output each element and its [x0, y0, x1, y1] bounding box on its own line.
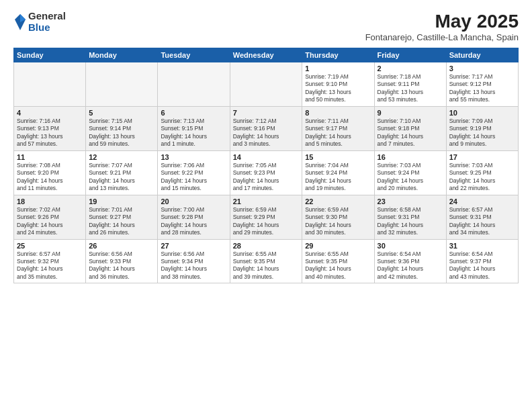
day-number: 2 [378, 64, 443, 73]
calendar-cell [230, 62, 302, 107]
calendar-cell: 7Sunrise: 7:12 AM Sunset: 9:16 PM Daylig… [230, 106, 302, 150]
calendar-cell: 1Sunrise: 7:19 AM Sunset: 9:10 PM Daylig… [302, 62, 374, 107]
calendar-cell: 5Sunrise: 7:15 AM Sunset: 9:14 PM Daylig… [86, 106, 158, 150]
day-number: 21 [233, 197, 299, 205]
calendar-cell: 11Sunrise: 7:08 AM Sunset: 9:20 PM Dayli… [14, 150, 86, 195]
day-number: 16 [378, 153, 443, 161]
calendar-cell: 3Sunrise: 7:17 AM Sunset: 9:12 PM Daylig… [446, 62, 518, 107]
day-number: 4 [17, 109, 83, 117]
page: General Blue May 2025 Fontanarejo, Casti… [0, 0, 532, 411]
day-number: 6 [161, 109, 226, 117]
calendar-cell: 13Sunrise: 7:06 AM Sunset: 9:22 PM Dayli… [158, 150, 230, 195]
calendar-cell: 29Sunrise: 6:55 AM Sunset: 9:35 PM Dayli… [302, 239, 374, 283]
day-number: 28 [233, 242, 299, 250]
calendar-cell: 18Sunrise: 7:02 AM Sunset: 9:26 PM Dayli… [14, 195, 86, 239]
day-info: Sunrise: 7:18 AM Sunset: 9:11 PM Dayligh… [378, 73, 443, 104]
calendar-cell: 16Sunrise: 7:03 AM Sunset: 9:24 PM Dayli… [374, 150, 446, 195]
day-number: 19 [89, 197, 154, 205]
day-number: 30 [378, 242, 443, 250]
day-number: 3 [449, 64, 515, 73]
day-info: Sunrise: 7:04 AM Sunset: 9:24 PM Dayligh… [305, 162, 371, 193]
calendar-cell: 6Sunrise: 7:13 AM Sunset: 9:15 PM Daylig… [158, 106, 230, 150]
day-info: Sunrise: 6:55 AM Sunset: 9:35 PM Dayligh… [305, 250, 371, 281]
month-title: May 2025 [365, 11, 519, 32]
day-number: 5 [89, 109, 154, 117]
day-info: Sunrise: 7:19 AM Sunset: 9:10 PM Dayligh… [305, 73, 371, 104]
calendar-cell: 8Sunrise: 7:11 AM Sunset: 9:17 PM Daylig… [302, 106, 374, 150]
day-info: Sunrise: 7:01 AM Sunset: 9:27 PM Dayligh… [89, 206, 154, 237]
logo: General Blue [13, 11, 66, 33]
calendar-cell: 28Sunrise: 6:55 AM Sunset: 9:35 PM Dayli… [230, 239, 302, 283]
calendar-cell: 25Sunrise: 6:57 AM Sunset: 9:32 PM Dayli… [14, 239, 86, 283]
calendar-cell: 24Sunrise: 6:57 AM Sunset: 9:31 PM Dayli… [446, 195, 518, 239]
calendar-week-row-2: 4Sunrise: 7:16 AM Sunset: 9:13 PM Daylig… [14, 106, 519, 150]
day-info: Sunrise: 6:54 AM Sunset: 9:36 PM Dayligh… [378, 250, 443, 281]
header-sunday: Sunday [14, 48, 86, 62]
header-thursday: Thursday [302, 48, 374, 62]
day-number: 24 [449, 197, 515, 205]
day-info: Sunrise: 7:07 AM Sunset: 9:21 PM Dayligh… [89, 162, 154, 193]
header-friday: Friday [374, 48, 446, 62]
day-info: Sunrise: 7:03 AM Sunset: 9:24 PM Dayligh… [378, 162, 443, 193]
day-info: Sunrise: 6:57 AM Sunset: 9:32 PM Dayligh… [17, 250, 83, 281]
calendar-cell: 17Sunrise: 7:03 AM Sunset: 9:25 PM Dayli… [446, 150, 518, 195]
day-info: Sunrise: 6:54 AM Sunset: 9:37 PM Dayligh… [449, 250, 515, 281]
day-number: 29 [305, 242, 371, 250]
day-info: Sunrise: 7:06 AM Sunset: 9:22 PM Dayligh… [161, 162, 226, 193]
logo-icon [13, 13, 27, 32]
calendar-week-row-3: 11Sunrise: 7:08 AM Sunset: 9:20 PM Dayli… [14, 150, 519, 195]
calendar-week-row-5: 25Sunrise: 6:57 AM Sunset: 9:32 PM Dayli… [14, 239, 519, 283]
header-monday: Monday [86, 48, 158, 62]
header-tuesday: Tuesday [158, 48, 230, 62]
day-info: Sunrise: 7:17 AM Sunset: 9:12 PM Dayligh… [449, 73, 515, 104]
calendar-cell: 22Sunrise: 6:59 AM Sunset: 9:30 PM Dayli… [302, 195, 374, 239]
calendar-cell: 20Sunrise: 7:00 AM Sunset: 9:28 PM Dayli… [158, 195, 230, 239]
day-number: 14 [233, 153, 299, 161]
logo-general-text: General [28, 11, 66, 22]
header-saturday: Saturday [446, 48, 518, 62]
day-number: 18 [17, 197, 83, 205]
day-number: 11 [17, 153, 83, 161]
day-info: Sunrise: 6:59 AM Sunset: 9:29 PM Dayligh… [233, 206, 299, 237]
calendar-table: Sunday Monday Tuesday Wednesday Thursday… [13, 48, 519, 283]
day-number: 10 [449, 109, 515, 117]
calendar-cell: 15Sunrise: 7:04 AM Sunset: 9:24 PM Dayli… [302, 150, 374, 195]
title-block: May 2025 Fontanarejo, Castille-La Mancha… [365, 11, 519, 42]
day-number: 23 [378, 197, 443, 205]
day-number: 7 [233, 109, 299, 117]
day-number: 17 [449, 153, 515, 161]
calendar-cell: 21Sunrise: 6:59 AM Sunset: 9:29 PM Dayli… [230, 195, 302, 239]
day-number: 20 [161, 197, 226, 205]
day-number: 31 [449, 242, 515, 250]
day-number: 13 [161, 153, 226, 161]
calendar-cell: 14Sunrise: 7:05 AM Sunset: 9:23 PM Dayli… [230, 150, 302, 195]
calendar-cell [158, 62, 230, 107]
day-info: Sunrise: 7:12 AM Sunset: 9:16 PM Dayligh… [233, 118, 299, 148]
calendar-cell: 30Sunrise: 6:54 AM Sunset: 9:36 PM Dayli… [374, 239, 446, 283]
day-info: Sunrise: 6:56 AM Sunset: 9:33 PM Dayligh… [89, 250, 154, 281]
calendar-cell: 19Sunrise: 7:01 AM Sunset: 9:27 PM Dayli… [86, 195, 158, 239]
day-info: Sunrise: 6:59 AM Sunset: 9:30 PM Dayligh… [305, 206, 371, 237]
day-number: 12 [89, 153, 154, 161]
logo-text: General Blue [28, 11, 66, 33]
calendar-cell: 26Sunrise: 6:56 AM Sunset: 9:33 PM Dayli… [86, 239, 158, 283]
calendar-cell: 23Sunrise: 6:58 AM Sunset: 9:31 PM Dayli… [374, 195, 446, 239]
day-info: Sunrise: 7:11 AM Sunset: 9:17 PM Dayligh… [305, 118, 371, 148]
location-subtitle: Fontanarejo, Castille-La Mancha, Spain [365, 32, 519, 42]
day-info: Sunrise: 6:56 AM Sunset: 9:34 PM Dayligh… [161, 250, 226, 281]
day-info: Sunrise: 7:02 AM Sunset: 9:26 PM Dayligh… [17, 206, 83, 237]
calendar-cell: 4Sunrise: 7:16 AM Sunset: 9:13 PM Daylig… [14, 106, 86, 150]
day-number: 27 [161, 242, 226, 250]
calendar-cell: 31Sunrise: 6:54 AM Sunset: 9:37 PM Dayli… [446, 239, 518, 283]
calendar-cell [86, 62, 158, 107]
calendar-cell: 10Sunrise: 7:09 AM Sunset: 9:19 PM Dayli… [446, 106, 518, 150]
day-info: Sunrise: 6:58 AM Sunset: 9:31 PM Dayligh… [378, 206, 443, 237]
day-number: 1 [305, 64, 371, 73]
day-info: Sunrise: 7:15 AM Sunset: 9:14 PM Dayligh… [89, 118, 154, 148]
day-number: 15 [305, 153, 371, 161]
calendar-cell: 2Sunrise: 7:18 AM Sunset: 9:11 PM Daylig… [374, 62, 446, 107]
day-number: 9 [378, 109, 443, 117]
calendar-cell: 27Sunrise: 6:56 AM Sunset: 9:34 PM Dayli… [158, 239, 230, 283]
day-number: 8 [305, 109, 371, 117]
calendar-week-row-4: 18Sunrise: 7:02 AM Sunset: 9:26 PM Dayli… [14, 195, 519, 239]
